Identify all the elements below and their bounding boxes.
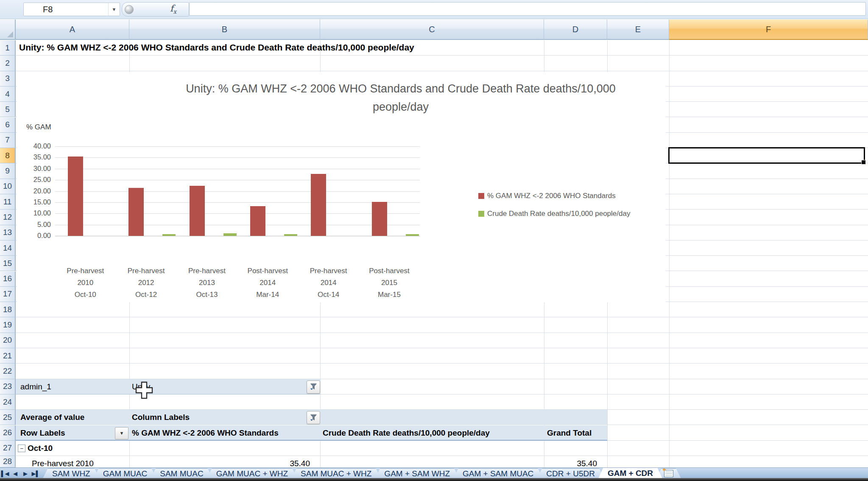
row-header-20[interactable]: 20 (0, 333, 16, 348)
sheet-tab-gam-muac-whz[interactable]: GAM MUAC + WHZ (207, 468, 297, 478)
chart-title: Unity: % GAM WHZ <-2 2006 WHO Standards … (123, 80, 678, 116)
formula-input[interactable] (189, 2, 866, 16)
excel-plus-cursor (135, 381, 154, 400)
row-header-5[interactable]: 5 (0, 102, 16, 117)
chart-y-tick: 25.00 (25, 176, 51, 184)
chart-legend-item[interactable]: % GAM WHZ <-2 2006 WHO Standards (478, 193, 616, 199)
last-sheet-button[interactable]: ▶▌ (31, 468, 41, 478)
row-header-13[interactable]: 13 (0, 225, 16, 240)
chart-gridline (55, 225, 420, 225)
bar-cdr-Mar-15[interactable] (406, 234, 419, 236)
row-header-23[interactable]: 23 (0, 379, 16, 394)
row-header-19[interactable]: 19 (0, 317, 16, 333)
chart-y-tick: 30.00 (25, 165, 51, 173)
chart-category-label: Pre-harvest 2014 Oct-14 (298, 265, 359, 301)
column-header-E[interactable]: E (607, 20, 669, 40)
name-box-dropdown-icon[interactable]: ▼ (108, 3, 120, 16)
chart-gridline (55, 236, 420, 236)
sheet-tab-bar: ▌◀ ◀ ▶ ▶▌ SAM WHZGAM MUACSAM MUACGAM MUA… (0, 467, 868, 478)
pivot-row-labels-dropdown[interactable]: ▼ (115, 427, 128, 439)
sheet-tab-cdr-u5dr[interactable]: CDR + U5DR (537, 468, 604, 478)
row-header-22[interactable]: 22 (0, 364, 16, 379)
legend-label: % GAM WHZ <-2 2006 WHO Standards (487, 192, 616, 200)
row-header-27[interactable]: 27 (0, 441, 16, 456)
pivot-filter-button-admin1[interactable] (307, 380, 320, 394)
row-header-17[interactable]: 17 (0, 287, 16, 302)
bar-gam-Oct-14[interactable] (311, 174, 326, 236)
bar-gam-Oct-10[interactable] (68, 157, 83, 236)
bar-gam-Mar-14[interactable] (250, 206, 265, 236)
select-all-corner[interactable] (0, 20, 16, 40)
bar-gam-Mar-15[interactable] (372, 202, 387, 236)
row-header-9[interactable]: 9 (0, 163, 16, 179)
pivot-header-band (16, 425, 607, 441)
column-header-C[interactable]: C (320, 20, 544, 40)
row-header-3[interactable]: 3 (0, 71, 16, 87)
row-header-8[interactable]: 8 (0, 148, 16, 163)
row-header-1[interactable]: 1 (0, 40, 16, 56)
embedded-chart[interactable]: Unity: % GAM WHZ <-2 2006 WHO Standards … (17, 72, 666, 302)
chart-category-label: Post-harvest 2014 Mar-14 (237, 265, 298, 301)
chart-category-label: Pre-harvest 2010 Oct-10 (55, 265, 116, 301)
previous-sheet-button[interactable]: ◀ (10, 468, 20, 478)
column-header-B[interactable]: B (129, 20, 320, 40)
row-header-6[interactable]: 6 (0, 117, 16, 133)
column-header-D[interactable]: D (544, 20, 607, 40)
sheet-tab-gam-sam-whz[interactable]: GAM + SAM WHZ (375, 468, 459, 478)
name-box[interactable]: F8 ▼ (23, 3, 120, 16)
chart-gridline (55, 202, 420, 203)
insert-function-area[interactable]: fx (122, 2, 189, 17)
bar-gam-Oct-12[interactable] (128, 188, 144, 236)
filter-funnel-icon (309, 414, 318, 422)
chart-y-axis-label: % GAM (26, 123, 51, 131)
chart-y-tick: 40.00 (25, 142, 51, 150)
bar-cdr-Oct-12[interactable] (162, 234, 176, 236)
column-header-A[interactable]: A (16, 20, 129, 40)
row-header-18[interactable]: 18 (0, 302, 16, 317)
row-header-24[interactable]: 24 (0, 394, 16, 410)
row-header-28[interactable]: 28 (0, 456, 16, 467)
bar-cdr-Mar-14[interactable] (284, 234, 297, 236)
row-header-25[interactable]: 25 (0, 410, 16, 425)
row-header-10[interactable]: 10 (0, 179, 16, 194)
chart-y-tick: 0.00 (25, 232, 51, 240)
name-box-value: F8 (24, 5, 108, 14)
sheet-tabs: SAM WHZGAM MUACSAM MUACGAM MUAC + WHZSAM… (46, 468, 678, 478)
legend-label: Crude Death Rate deaths/10,000 people/da… (487, 210, 630, 218)
row-header-14[interactable]: 14 (0, 240, 16, 256)
pivot-filter-button-column-labels[interactable] (307, 411, 320, 424)
chart-gridline (55, 146, 420, 147)
sheet-grid[interactable]: Unity: % GAM WHZ <-2 2006 WHO Standards … (16, 40, 868, 467)
selected-cell-F8[interactable] (668, 147, 865, 164)
row-header-4[interactable]: 4 (0, 87, 16, 102)
pivot-group-label: Oct-10 (28, 441, 53, 456)
pivot-row-labels-caption: Row Labels (20, 425, 65, 441)
insert-function-ball-icon[interactable] (125, 5, 134, 14)
row-header-12[interactable]: 12 (0, 210, 16, 225)
row-header-2[interactable]: 2 (0, 56, 16, 71)
row-header-21[interactable]: 21 (0, 348, 16, 364)
row-header-7[interactable]: 7 (0, 133, 16, 148)
next-sheet-button[interactable]: ▶ (20, 468, 31, 478)
chart-legend-item[interactable]: Crude Death Rate deaths/10,000 people/da… (478, 210, 630, 217)
sheet-tab-gam-muac[interactable]: GAM MUAC (94, 468, 157, 478)
pivot-collapse-button[interactable]: − (18, 445, 25, 452)
bar-cdr-Oct-13[interactable] (223, 233, 237, 236)
chart-category-label: Pre-harvest 2013 Oct-13 (176, 265, 237, 301)
sheet-tab-sam-muac[interactable]: SAM MUAC (151, 468, 212, 478)
sheet-tab-sam-whz[interactable]: SAM WHZ (43, 468, 100, 478)
sheet-tab-gam-cdr[interactable]: GAM + CDR (598, 467, 662, 478)
column-header-F[interactable]: F (669, 20, 868, 40)
sheet-tab-sam-muac-whz[interactable]: SAM MUAC + WHZ (291, 468, 381, 478)
row-header-16[interactable]: 16 (0, 271, 16, 287)
row-header-26[interactable]: 26 (0, 425, 16, 441)
row-header-11[interactable]: 11 (0, 194, 16, 210)
chart-category-label: Pre-harvest 2012 Oct-12 (116, 265, 177, 301)
fill-handle[interactable] (861, 160, 866, 165)
pivot-col-header-cdr: Crude Death Rate deaths/10,000 people/da… (323, 425, 490, 441)
sheet-tab-gam-sam-muac[interactable]: GAM + SAM MUAC (453, 468, 543, 478)
row-header-15[interactable]: 15 (0, 256, 16, 271)
fx-icon[interactable]: fx (170, 3, 176, 15)
bar-gam-Oct-13[interactable] (190, 186, 205, 236)
first-sheet-button[interactable]: ▌◀ (0, 468, 10, 478)
